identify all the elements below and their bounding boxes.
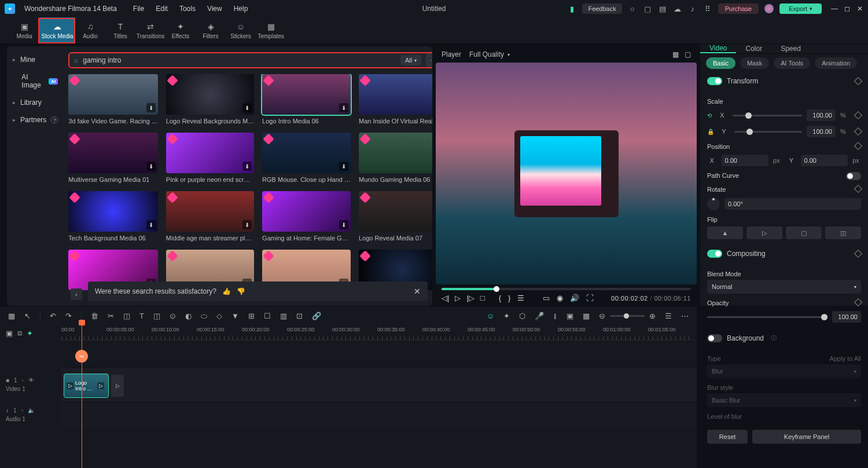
- marker-icon[interactable]: ▼: [231, 312, 239, 320]
- menu-edit[interactable]: Edit: [156, 5, 168, 13]
- zoom-in-icon[interactable]: ⊕: [649, 312, 656, 320]
- media-card[interactable]: ⬇Gaming at Home: Female G…: [262, 191, 351, 242]
- scale-y-value[interactable]: 100.00: [807, 126, 836, 137]
- export-button[interactable]: Export: [779, 3, 822, 14]
- pathcurve-toggle[interactable]: [846, 172, 861, 180]
- opacity-slider[interactable]: [707, 316, 827, 318]
- pos-y-input[interactable]: 0.00: [801, 155, 848, 166]
- download-icon[interactable]: ⬇: [339, 220, 348, 229]
- record-icon[interactable]: ▣: [567, 312, 573, 320]
- tab-titles[interactable]: TTitles: [105, 17, 135, 43]
- bg-type-dropdown[interactable]: Blur▾: [707, 364, 861, 378]
- sidebar-item-ai-image[interactable]: AI ImageAI: [7, 68, 64, 94]
- fill-button[interactable]: ◫: [825, 226, 861, 239]
- cloud-icon[interactable]: ☁: [673, 4, 682, 13]
- keyframe-icon[interactable]: [854, 142, 862, 150]
- tab-media[interactable]: ▣Media: [9, 17, 39, 43]
- audio-track[interactable]: [61, 402, 697, 427]
- playhead[interactable]: ✂: [82, 322, 82, 468]
- media-card[interactable]: ⬇Logo Reveal Backgrounds M…: [166, 74, 254, 125]
- lock-icon[interactable]: ▫: [21, 407, 24, 414]
- headphone-icon[interactable]: ♪: [688, 4, 697, 13]
- blend-dropdown[interactable]: Normal▾: [707, 280, 861, 294]
- mixer-icon[interactable]: ⫿: [553, 312, 557, 320]
- auto-icon[interactable]: ☺: [487, 312, 494, 320]
- media-card[interactable]: ⬇Pink or purple neon end scr…: [166, 133, 254, 183]
- download-icon[interactable]: ⬇: [146, 162, 156, 171]
- enhance-icon[interactable]: ✦: [503, 312, 510, 320]
- delete-icon[interactable]: 🗑: [91, 312, 98, 320]
- menu-tools[interactable]: Tools: [179, 5, 196, 13]
- gift-icon[interactable]: ▮: [567, 4, 576, 13]
- help-icon[interactable]: ?: [51, 116, 58, 123]
- video-track[interactable]: ▷Logo Intro …▷ ▷: [61, 367, 697, 402]
- tab-filters[interactable]: ◈Filters: [196, 17, 226, 43]
- close-button[interactable]: ✕: [856, 5, 863, 13]
- sidebar-item-partners[interactable]: ▸Partners?: [7, 111, 64, 129]
- display-icon[interactable]: ▭: [543, 294, 550, 302]
- zoom-slider[interactable]: [610, 315, 645, 317]
- fullscreen-icon[interactable]: ⛶: [586, 294, 594, 302]
- crop-icon[interactable]: ◫: [123, 312, 130, 320]
- menu-view[interactable]: View: [207, 5, 222, 13]
- scale-x-value[interactable]: 100.00: [807, 109, 836, 121]
- keyframe-icon[interactable]: ◇: [216, 312, 222, 320]
- background-toggle[interactable]: [707, 334, 722, 342]
- download-icon[interactable]: ⬇: [339, 162, 348, 171]
- redo-icon[interactable]: ↷: [65, 312, 72, 320]
- mute-icon[interactable]: 👁: [28, 377, 34, 383]
- reset-button[interactable]: Reset: [707, 430, 748, 444]
- rotate-value[interactable]: 0.00°: [724, 198, 861, 210]
- pos-x-input[interactable]: 0.00: [722, 155, 769, 166]
- keyframe-icon[interactable]: [854, 298, 862, 306]
- quality-dropdown[interactable]: Full Quality▾: [469, 50, 510, 58]
- feedback-button[interactable]: Feedback: [582, 3, 621, 14]
- media-card[interactable]: ⬇Logo Intro Media 06: [262, 74, 351, 125]
- menu-file[interactable]: File: [133, 5, 144, 13]
- fit-button[interactable]: ▢: [786, 226, 822, 239]
- keyframe-icon[interactable]: [854, 77, 862, 85]
- keyframe-icon[interactable]: [854, 250, 862, 258]
- subtab-basic[interactable]: Basic: [706, 57, 735, 69]
- mask-icon[interactable]: ⬭: [201, 312, 207, 321]
- cursor-icon[interactable]: ↖: [24, 312, 31, 320]
- download-icon[interactable]: ⬇: [242, 220, 252, 229]
- tab-stickers[interactable]: ☺Stickers: [226, 17, 256, 43]
- copy-icon[interactable]: ◫: [153, 312, 160, 320]
- download-icon[interactable]: ⬇: [339, 103, 348, 112]
- rotate-dial[interactable]: [707, 198, 720, 210]
- ruler[interactable]: 00:0000:00:05:0000:00:10:0000:00:15:0000…: [61, 326, 697, 341]
- maximize-button[interactable]: ◻: [844, 5, 851, 13]
- circle-icon[interactable]: ○: [628, 4, 637, 13]
- speed-icon[interactable]: ⊙: [170, 312, 176, 320]
- next-frame-icon[interactable]: |▷: [466, 294, 474, 302]
- lock-icon[interactable]: 🔒: [707, 129, 713, 135]
- align-icon[interactable]: ▥: [280, 312, 287, 320]
- close-icon[interactable]: ✕: [414, 287, 421, 296]
- minimize-button[interactable]: —: [831, 5, 838, 13]
- keyframe-panel-button[interactable]: Keyframe Panel: [752, 430, 861, 444]
- opacity-value[interactable]: 100.00: [832, 311, 861, 323]
- camera-icon[interactable]: ◉: [557, 294, 563, 302]
- lock-icon[interactable]: ▫: [22, 377, 24, 383]
- media-card[interactable]: ⬇Tech Background Media 06: [68, 191, 158, 242]
- back-button[interactable]: ‹: [71, 288, 82, 300]
- subtab-mask[interactable]: Mask: [740, 57, 769, 69]
- flip-v-button[interactable]: ▷: [746, 226, 782, 239]
- list-icon[interactable]: ☰: [517, 294, 524, 302]
- media-card[interactable]: ⬇Middle age man streamer pl…: [166, 191, 254, 242]
- color-icon[interactable]: ◐: [185, 312, 192, 320]
- avatar-icon[interactable]: [764, 4, 774, 13]
- info-icon[interactable]: ⓘ: [771, 334, 777, 342]
- download-icon[interactable]: ⬇: [242, 103, 252, 112]
- zoom-out-icon[interactable]: ⊖: [599, 312, 605, 320]
- transform-toggle[interactable]: [707, 77, 722, 85]
- media-card[interactable]: ⬇Multiverse Gaming Media 01: [68, 133, 158, 183]
- grid-icon[interactable]: ▦: [672, 50, 679, 58]
- keyframe-icon[interactable]: [854, 127, 862, 136]
- track-icon[interactable]: ⊞: [248, 312, 255, 320]
- search-input[interactable]: [83, 56, 396, 64]
- apps-icon[interactable]: ⠿: [703, 4, 712, 13]
- select-icon[interactable]: ▦: [8, 312, 15, 320]
- clip-logo-intro[interactable]: ▷Logo Intro …▷: [64, 374, 109, 398]
